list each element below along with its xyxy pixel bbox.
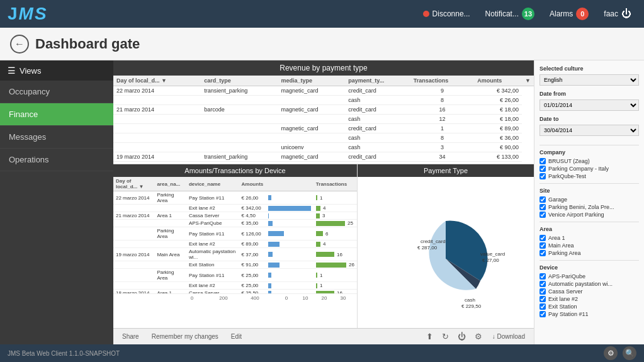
area-checkbox-1[interactable] [539,242,546,249]
user-menu-button[interactable]: faac ⏻ [599,6,636,22]
device-checkbox-5[interactable] [539,311,546,317]
device-chart-section: Amounts/Transactions by Device Day of lo… [113,164,358,328]
dev-cell-amount: € 126,00 [239,227,314,240]
dev-cell-amount: € 89,00 [239,240,314,248]
date-to-select[interactable]: 30/04/2014 [539,125,639,136]
trans-bar [316,283,317,288]
dev-col-area: area_na... [154,177,186,191]
device-section-title: Amounts/Transactions by Device [184,167,285,174]
dev-cell-device: Exit lane #2 [186,205,239,212]
site-checkbox-2[interactable] [539,212,546,218]
site-label-1: Parking Benini, Zola Pre... [548,204,614,210]
company-item-1: Parking Company - Italy [539,166,639,172]
panel-divider-2 [539,183,639,184]
sidebar-item-messages[interactable]: Messages [0,126,113,149]
cell-date [113,96,201,105]
dev-cell-area: Parking Area [154,269,186,282]
refresh-icon[interactable]: ↻ [439,331,451,342]
col-date: Day of local_d... ▼ [113,76,201,86]
export-icon[interactable]: ⬆ [424,331,436,342]
area-checkbox-2[interactable] [539,250,546,256]
dev-cell-amount: € 4,50 [239,212,314,220]
page-title: Dashboard gate [35,36,140,52]
revenue-table: Day of local_d... ▼ card_type media_type… [113,76,534,164]
table-row: 19 marzo 2014 Main Area Automatic paysta… [113,248,357,261]
dev-cell-area: Parking Area [154,191,186,205]
share-button[interactable]: Share [118,332,143,341]
pie-chart-container: credit_card € 287,00 value_card € 27,00 … [358,177,534,328]
disconnect-button[interactable]: Disconne... [418,7,475,21]
status-bar: JMS Beta Web Client 1.1.0-SNAPSHOT ⚙ 🔍 [0,344,644,362]
sidebar-item-occupancy[interactable]: Occupancy [0,81,113,103]
remember-button[interactable]: Remember my changes [148,332,222,341]
cash-value: € 229,50 [461,303,482,309]
notifications-button[interactable]: Notificat... 13 [480,5,539,23]
table-row: 21 marzo 2014 Area 1 Cassa Server € 4,50… [113,212,357,220]
date-from-select[interactable]: 01/01/2014 [539,99,639,111]
cell-card-type [201,115,278,124]
alarms-button[interactable]: Alarms 0 [545,5,594,23]
device-section-header: Amounts/Transactions by Device [113,164,357,177]
site-checkbox-1[interactable] [539,204,546,210]
settings-status-icon[interactable]: ⚙ [604,346,618,360]
pie-chart-svg: credit_card € 287,00 value_card € 27,00 … [383,208,509,309]
cell-card-type [201,133,278,143]
cell-media-type [278,96,346,105]
edit-button[interactable]: Edit [227,332,246,341]
user-label: faac [604,9,618,18]
cell-date: 19 marzo 2014 [113,152,201,162]
trans-bar [316,291,334,293]
sidebar-item-label: Messages [9,132,46,142]
device-checkbox-2[interactable] [539,288,546,295]
dev-cell-area [154,261,186,269]
device-checkbox-4[interactable] [539,303,546,310]
dev-cell-area [154,205,186,212]
dev-cell-trans: 3 [314,212,357,220]
dev-cell-date [113,227,154,240]
cell-payment: cash [345,143,410,152]
cell-date [113,124,201,133]
cell-amount: € 133,00 [474,152,522,162]
dev-cell-area: Main Area [154,248,186,261]
site-list: Garage Parking Benini, Zola Pre... Venic… [539,196,639,218]
logo: JMS [8,4,48,24]
main-content: ☰ Views Occupancy Finance Messages Opera… [0,60,644,344]
device-table-scroll[interactable]: Day of local_d... ▼ area_na... device_na… [113,177,357,293]
device-label-2: Cassa Server [548,288,583,295]
amount-bar [268,206,311,211]
amount-bar [268,221,273,226]
col-filter[interactable]: ▼ [522,76,534,86]
download-button[interactable]: ↓ Download [489,332,529,341]
search-status-icon[interactable]: 🔍 [623,346,636,360]
company-checkbox-0[interactable] [539,158,546,164]
col-media-type: media_type [278,76,346,86]
site-item-1: Parking Benini, Zola Pre... [539,204,639,210]
revenue-table-scroll[interactable]: Day of local_d... ▼ card_type media_type… [113,76,534,164]
company-item-0: BRUSUT (Zeag) [539,158,639,164]
device-checkbox-1[interactable] [539,281,546,287]
power-icon[interactable]: ⏻ [455,331,468,342]
date-from-label: Date from [539,91,639,97]
sidebar-item-operations[interactable]: Operations [0,149,113,171]
cell-media-type: magnetic_card [278,86,346,96]
trans-bar [316,242,320,247]
area-checkbox-0[interactable] [539,235,546,241]
cell-transactions: 16 [410,105,474,115]
dev-cell-trans: 4 [314,205,357,212]
cell-amount: € 36,00 [474,133,522,143]
sidebar-item-label: Occupancy [9,87,50,96]
table-row: Exit lane #2 € 25,00 1 [113,282,357,290]
company-checkbox-1[interactable] [539,166,546,172]
device-checkbox-3[interactable] [539,296,546,302]
culture-select[interactable]: English [539,74,639,86]
breadcrumb: ← Dashboard gate [0,28,644,60]
axis-label-t20: 20 [315,295,334,301]
back-button[interactable]: ← [10,35,29,54]
dev-cell-amount: € 26,00 [239,191,314,205]
dev-cell-amount: € 91,00 [239,261,314,269]
company-checkbox-2[interactable] [539,173,546,179]
device-checkbox-0[interactable] [539,273,546,280]
settings-icon[interactable]: ⚙ [472,331,485,342]
site-checkbox-0[interactable] [539,196,546,203]
sidebar-item-finance[interactable]: Finance [0,103,113,126]
